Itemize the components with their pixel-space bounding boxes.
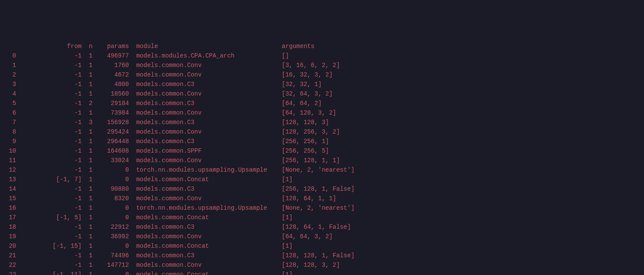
table-row: 4 -1 1 18560 models.common.Conv [32, 64,… — [5, 89, 639, 99]
table-row: 13 [-1, 7] 1 0 models.common.Concat [1] — [5, 175, 639, 184]
table-row: 10 -1 1 164608 models.common.SPPF [256, … — [5, 146, 639, 156]
table-row: 14 -1 1 90880 models.common.C3 [256, 128… — [5, 184, 639, 194]
table-body: 0 -1 1 496977 models.modules.CPA.CPA_arc… — [5, 51, 639, 275]
table-row: 19 -1 1 36992 models.common.Conv [64, 64… — [5, 232, 639, 241]
table-row: 0 -1 1 496977 models.modules.CPA.CPA_arc… — [5, 51, 639, 61]
table-header: from n params module arguments — [5, 42, 639, 51]
table-row: 6 -1 1 73984 models.common.Conv [64, 128… — [5, 108, 639, 118]
table-row: 15 -1 1 8320 models.common.Conv [128, 64… — [5, 194, 639, 203]
table-row: 22 -1 1 147712 models.common.Conv [128, … — [5, 260, 639, 270]
table-row: 16 -1 1 0 torch.nn.modules.upsampling.Up… — [5, 203, 639, 213]
table-row: 17 [-1, 5] 1 0 models.common.Concat [1] — [5, 213, 639, 222]
table-row: 1 -1 1 1760 models.common.Conv [3, 16, 6… — [5, 61, 639, 70]
table-row: 18 -1 1 22912 models.common.C3 [128, 64,… — [5, 222, 639, 232]
table-row: 12 -1 1 0 torch.nn.modules.upsampling.Up… — [5, 165, 639, 175]
table-row: 11 -1 1 33024 models.common.Conv [256, 1… — [5, 156, 639, 165]
table-row: 8 -1 1 295424 models.common.Conv [128, 2… — [5, 127, 639, 137]
table-row: 2 -1 1 4672 models.common.Conv [16, 32, … — [5, 70, 639, 80]
table-row: 7 -1 3 156928 models.common.C3 [128, 128… — [5, 118, 639, 127]
table-row: 20 [-1, 15] 1 0 models.common.Concat [1] — [5, 241, 639, 251]
table-row: 9 -1 1 296448 models.common.C3 [256, 256… — [5, 137, 639, 146]
terminal-output: from n params module arguments 0 -1 1 49… — [5, 42, 639, 275]
table-row: 5 -1 2 29184 models.common.C3 [64, 64, 2… — [5, 99, 639, 108]
table-row: 23 [-1, 11] 1 0 models.common.Concat [1] — [5, 270, 639, 275]
table-row: 3 -1 1 4800 models.common.C3 [32, 32, 1] — [5, 80, 639, 89]
table-row: 21 -1 1 74496 models.common.C3 [128, 128… — [5, 251, 639, 260]
